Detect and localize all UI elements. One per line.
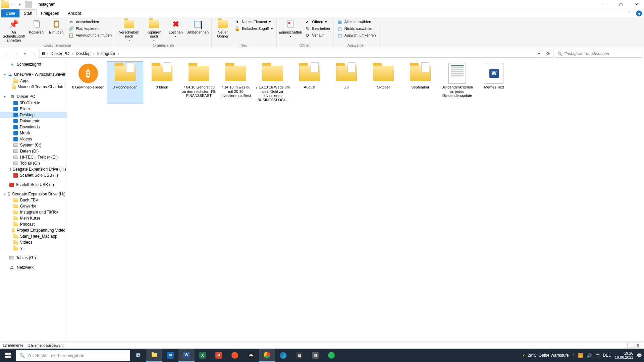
item-ideen[interactable]: 0 Ideen <box>144 62 180 104</box>
copy-path-button[interactable]: 🔗Pfad kopieren <box>67 25 113 32</box>
history-button[interactable]: ↺Verlauf <box>304 32 331 38</box>
tree-scarlett[interactable]: Scarlett Solo USB (I:) <box>0 182 67 188</box>
tab-file[interactable]: Datei <box>1 9 19 17</box>
tab-view[interactable]: Ansicht <box>63 9 85 17</box>
tray-language[interactable]: DEU <box>603 353 611 358</box>
item-juli[interactable]: Juli <box>329 62 364 104</box>
easy-access-button[interactable]: 🔓Einfacher Zugriff ▾ <box>233 25 274 32</box>
taskbar-search[interactable]: 🔍Zur Suche Text hier eingeben <box>16 350 130 361</box>
taskbar-obs[interactable]: ◎ <box>243 349 259 362</box>
taskbar-word[interactable]: W <box>178 349 195 362</box>
view-details-button[interactable]: ☰ <box>627 343 634 348</box>
tree-drive-e[interactable]: HI-TECH Treiber (E:) <box>0 154 67 160</box>
properties-button[interactable]: Eigenschaften▾ <box>279 18 302 39</box>
tree-thispc[interactable]: ▾🖥Dieser PC <box>0 93 67 100</box>
taskbar-powerpoint[interactable]: P <box>211 349 227 362</box>
start-button[interactable] <box>0 349 16 362</box>
help-button[interactable]: ? <box>636 10 642 16</box>
tray-clock[interactable]: 19:2616.06.2021 <box>615 351 633 359</box>
item-hochgeladen[interactable]: 0 Hochgeladen <box>107 62 143 104</box>
new-folder-button[interactable]: Neuer Ordner <box>214 18 232 39</box>
tree-desktop[interactable]: Desktop <box>0 112 67 118</box>
invert-selection-button[interactable]: ◫Auswahl umkehren <box>336 32 377 38</box>
crumb-pc[interactable]: Dieser PC <box>49 51 70 57</box>
tree-gewerbe[interactable]: Gewerbe <box>0 203 67 209</box>
pin-quickaccess-button[interactable]: 📌 An Schnellzugriff anheften <box>2 18 25 43</box>
tree-kurse[interactable]: Mein Kurse <box>0 215 67 221</box>
tree-network[interactable]: 🖧Netzwerk <box>0 264 67 271</box>
nav-up-button[interactable]: ↑ <box>30 50 38 58</box>
tree-buchfbv[interactable]: Buch FBV <box>0 197 67 203</box>
taskbar-chrome[interactable] <box>259 349 275 362</box>
item-1410[interactable]: 7 14.10 In was du mit 20-30 Investieren … <box>218 62 254 104</box>
open-button[interactable]: ✔Öffnen ▾ <box>304 19 331 25</box>
item-0410[interactable]: 7 04.10 Gehörst du zu den reichsten 1% F… <box>181 62 217 104</box>
qat-properties-icon[interactable]: ▭ <box>9 1 16 8</box>
task-view-button[interactable]: ⧉ <box>130 349 146 362</box>
tree-tobias[interactable]: Tobias (G:) <box>0 255 67 261</box>
tree-pictures[interactable]: Bilder <box>0 106 67 112</box>
tray-battery-icon[interactable]: 🗔 <box>595 353 600 358</box>
tree-drive-i[interactable]: Scarlett Solo USB (I:) <box>0 172 67 178</box>
tree-drive-g[interactable]: Tobias (G:) <box>0 160 67 166</box>
edit-button[interactable]: ✎Bearbeiten <box>304 25 331 32</box>
paste-shortcut-button[interactable]: 📋Verknüpfung einfügen <box>67 32 113 38</box>
item-1610[interactable]: 7 16.10 16 Wege um dein Geld zu investie… <box>255 62 290 104</box>
minimize-button[interactable]: ― <box>598 0 613 9</box>
tree-downloads[interactable]: Downloads <box>0 124 67 130</box>
item-memes[interactable]: WMemes Text <box>476 62 512 104</box>
view-icons-button[interactable]: ▦ <box>635 343 641 348</box>
tree-startmac[interactable]: Start_Here_Mac.app <box>0 233 67 239</box>
tree-teams[interactable]: Microsoft Teams-Chatdatei <box>0 84 67 90</box>
taskbar-app1[interactable]: ▤ <box>291 349 307 362</box>
tree-onedrive[interactable]: ▾☁OneDrive - Wirtschaftsuniver <box>0 71 67 78</box>
refresh-button[interactable]: ⟳ <box>544 50 552 57</box>
delete-button[interactable]: ✖Löschen▾ <box>167 18 184 39</box>
item-oktober[interactable]: Oktober <box>366 62 401 104</box>
taskbar-edge[interactable] <box>275 349 291 362</box>
tab-share[interactable]: Freigeben <box>37 9 63 17</box>
close-button[interactable]: ✕ <box>629 0 644 9</box>
nav-forward-button[interactable]: → <box>11 50 19 58</box>
tree-videos[interactable]: Videos <box>0 136 67 142</box>
taskbar-app2[interactable]: ▥ <box>307 349 323 362</box>
address-dropdown-button[interactable]: ▾ <box>536 51 542 56</box>
tree-drive-c[interactable]: System (C:) <box>0 142 67 148</box>
taskbar-explorer[interactable] <box>146 349 162 362</box>
taskbar-mail[interactable]: ✉ <box>162 349 178 362</box>
taskbar-brave[interactable] <box>227 349 243 362</box>
move-to-button[interactable]: Verschieben nach▾ <box>117 18 141 43</box>
tree-igtiktok[interactable]: Instagram und TikTok <box>0 209 67 215</box>
tray-volume-icon[interactable]: 🔊 <box>587 353 592 358</box>
tree-quickaccess[interactable]: ★Schnellzugriff <box>0 61 67 68</box>
tree-documents[interactable]: Dokumente <box>0 118 67 124</box>
nav-recent-button[interactable]: ▾ <box>21 50 29 58</box>
item-gewinnspiel[interactable]: ₿0 Gewinnspielideen <box>70 62 106 104</box>
tab-start[interactable]: Start <box>19 9 37 17</box>
copy-button[interactable]: Kopieren <box>27 18 46 35</box>
ribbon-collapse-button[interactable]: ˆ <box>626 10 634 17</box>
item-september[interactable]: September <box>402 62 438 104</box>
new-item-button[interactable]: ✦Neues Element ▾ <box>233 19 274 25</box>
select-none-button[interactable]: ▢Nichts auswählen <box>336 25 377 32</box>
address-bar[interactable]: 🖥 › Dieser PC › Desktop › Instagram › ▾ … <box>40 50 553 58</box>
taskbar-spotify[interactable] <box>323 349 339 362</box>
item-dividenden[interactable]: Dividendenkriterien an jedes Dividendenu… <box>439 62 475 104</box>
tree-music[interactable]: Musik <box>0 130 67 136</box>
tray-notifications-icon[interactable]: 💬 <box>637 353 642 358</box>
tree-videos2[interactable]: Videos <box>0 239 67 245</box>
tray-network-icon[interactable]: 📶 <box>578 353 583 358</box>
tree-apps[interactable]: Apps <box>0 78 67 84</box>
nav-back-button[interactable]: ← <box>2 50 10 58</box>
rename-button[interactable]: Umbenennen <box>186 18 209 35</box>
copy-to-button[interactable]: Kopieren nach▾ <box>142 18 166 43</box>
qat-newfolder-icon[interactable]: ▾ <box>16 1 23 8</box>
tree-3dobjects[interactable]: 3D-Objekte <box>0 100 67 106</box>
tree-drive-d[interactable]: Daten (D:) <box>0 148 67 154</box>
maximize-button[interactable]: ▢ <box>613 0 629 9</box>
tray-chevron-icon[interactable]: ˄ <box>572 353 575 358</box>
taskbar-excel[interactable]: X <box>195 349 211 362</box>
crumb-folder[interactable]: Instagram <box>96 51 116 57</box>
tree-podcast[interactable]: Podcast <box>0 221 67 227</box>
tree-yt[interactable]: YT <box>0 245 67 251</box>
